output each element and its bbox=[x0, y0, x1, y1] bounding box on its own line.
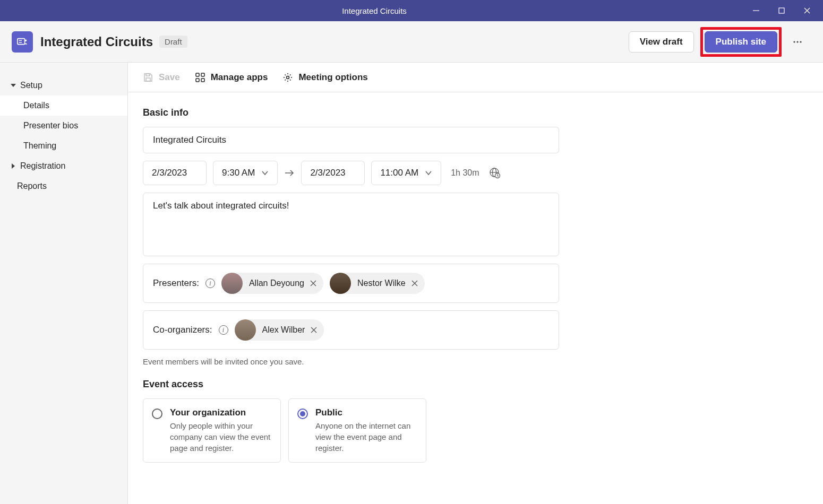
sidebar-group-label: Setup bbox=[20, 81, 42, 90]
sidebar-item-details[interactable]: Details bbox=[0, 95, 127, 116]
event-title-input[interactable]: Integrated Circuits bbox=[143, 127, 559, 153]
apps-icon bbox=[195, 72, 205, 83]
chip-name: Allan Deyoung bbox=[249, 279, 304, 288]
highlight-annotation: Publish site bbox=[700, 27, 782, 57]
svg-rect-17 bbox=[196, 79, 199, 82]
sidebar: Setup Details Presenter bios Theming Reg… bbox=[0, 63, 128, 504]
svg-rect-15 bbox=[196, 73, 199, 76]
access-org-option[interactable]: Your organization Only people within you… bbox=[143, 398, 281, 463]
caret-right-icon bbox=[11, 163, 16, 169]
window-controls bbox=[744, 2, 819, 19]
publish-site-button[interactable]: Publish site bbox=[705, 31, 777, 53]
access-title: Your organization bbox=[170, 407, 272, 418]
coorganizer-chip: Alex Wilber bbox=[235, 319, 324, 341]
toolbar-label: Manage apps bbox=[211, 72, 268, 83]
start-date-input[interactable]: 2/3/2023 bbox=[143, 161, 207, 185]
main-content: Save Manage apps Meeting options Basic i… bbox=[128, 63, 823, 504]
avatar bbox=[235, 319, 256, 341]
remove-chip-button[interactable] bbox=[310, 280, 317, 287]
arrow-right-icon bbox=[284, 168, 295, 178]
svg-point-5 bbox=[25, 39, 27, 41]
maximize-icon bbox=[778, 7, 785, 14]
duration-label: 1h 30m bbox=[451, 168, 479, 178]
date-time-row: 2/3/2023 9:30 AM 2/3/2023 11:00 AM 1h 30… bbox=[143, 161, 559, 185]
save-icon bbox=[143, 72, 153, 83]
svg-point-19 bbox=[287, 76, 289, 79]
event-access-options: Your organization Only people within you… bbox=[143, 398, 559, 463]
gear-icon bbox=[282, 72, 293, 83]
chip-name: Nestor Wilke bbox=[357, 279, 406, 288]
access-desc: Only people within your company can view… bbox=[170, 420, 272, 454]
sidebar-group-registration[interactable]: Registration bbox=[0, 156, 127, 176]
avatar bbox=[221, 273, 243, 294]
chevron-down-icon bbox=[425, 169, 432, 177]
remove-chip-button[interactable] bbox=[411, 280, 418, 287]
window-title: Integrated Circuits bbox=[4, 6, 744, 15]
presenter-chip: Allan Deyoung bbox=[221, 273, 323, 294]
avatar bbox=[330, 273, 351, 294]
minimize-icon bbox=[752, 7, 760, 14]
meeting-options-button[interactable]: Meeting options bbox=[282, 72, 367, 83]
webinar-icon bbox=[16, 36, 28, 48]
presenters-row: Presenters: i Allan Deyoung Nestor Wilke bbox=[143, 264, 559, 303]
event-access-heading: Event access bbox=[143, 379, 559, 390]
chevron-down-icon bbox=[261, 169, 269, 177]
minimize-button[interactable] bbox=[744, 2, 768, 19]
timezone-icon[interactable] bbox=[489, 167, 501, 179]
access-public-option[interactable]: Public Anyone on the internet can view t… bbox=[288, 398, 426, 463]
svg-point-10 bbox=[800, 41, 801, 42]
start-time-input[interactable]: 9:30 AM bbox=[213, 161, 278, 185]
toolbar-label: Save bbox=[159, 72, 180, 83]
sidebar-item-theming[interactable]: Theming bbox=[0, 136, 127, 156]
presenter-chip: Nestor Wilke bbox=[330, 273, 425, 294]
sidebar-item-reports[interactable]: Reports bbox=[0, 176, 127, 196]
toolbar-label: Meeting options bbox=[298, 72, 367, 83]
svg-marker-11 bbox=[11, 84, 16, 87]
info-icon[interactable]: i bbox=[219, 325, 228, 335]
basic-info-heading: Basic info bbox=[143, 107, 559, 118]
close-icon bbox=[803, 7, 811, 14]
invite-hint: Event members will be invited once you s… bbox=[143, 357, 559, 366]
sidebar-item-presenter-bios[interactable]: Presenter bios bbox=[0, 116, 127, 136]
sidebar-group-setup[interactable]: Setup bbox=[0, 75, 127, 95]
info-icon[interactable]: i bbox=[205, 279, 215, 288]
chip-name: Alex Wilber bbox=[262, 325, 305, 335]
presenters-label: Presenters: bbox=[153, 278, 199, 289]
coorganizers-row: Co-organizers: i Alex Wilber bbox=[143, 310, 559, 350]
svg-rect-1 bbox=[779, 8, 784, 13]
manage-apps-button[interactable]: Manage apps bbox=[195, 72, 268, 83]
close-button[interactable] bbox=[795, 2, 819, 19]
page-title: Integrated Circuits bbox=[40, 34, 153, 49]
svg-marker-12 bbox=[12, 163, 15, 169]
titlebar: Integrated Circuits bbox=[0, 0, 823, 21]
description-input[interactable]: Let's talk about integrated circuits! bbox=[143, 193, 559, 256]
svg-point-9 bbox=[796, 41, 798, 42]
status-badge: Draft bbox=[159, 36, 187, 48]
sidebar-group-label: Registration bbox=[20, 161, 65, 171]
toolbar: Save Manage apps Meeting options bbox=[128, 63, 823, 92]
more-options-button[interactable] bbox=[787, 31, 808, 53]
radio-button[interactable] bbox=[297, 409, 308, 419]
svg-rect-14 bbox=[146, 78, 150, 81]
end-time-input[interactable]: 11:00 AM bbox=[371, 161, 441, 185]
radio-button[interactable] bbox=[152, 409, 162, 419]
svg-line-26 bbox=[498, 176, 499, 177]
app-icon bbox=[12, 31, 33, 53]
svg-rect-16 bbox=[201, 73, 204, 76]
remove-chip-button[interactable] bbox=[310, 326, 318, 334]
svg-rect-13 bbox=[146, 74, 150, 76]
caret-down-icon bbox=[11, 83, 16, 88]
coorganizers-label: Co-organizers: bbox=[153, 325, 212, 335]
access-desc: Anyone on the internet can view the even… bbox=[315, 420, 417, 454]
more-icon bbox=[793, 37, 802, 47]
svg-rect-18 bbox=[201, 79, 204, 82]
svg-point-8 bbox=[793, 41, 795, 42]
maximize-button[interactable] bbox=[770, 2, 793, 19]
view-draft-button[interactable]: View draft bbox=[629, 31, 694, 53]
end-date-input[interactable]: 2/3/2023 bbox=[301, 161, 365, 185]
save-button: Save bbox=[143, 72, 180, 83]
access-title: Public bbox=[315, 407, 417, 418]
svg-rect-4 bbox=[18, 38, 25, 44]
page-header: Integrated Circuits Draft View draft Pub… bbox=[0, 21, 823, 63]
